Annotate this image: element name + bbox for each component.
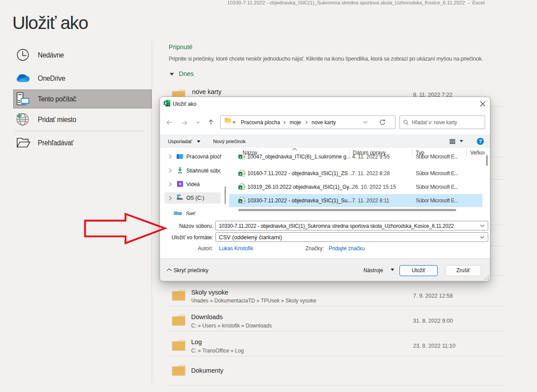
svg-text:a: a <box>243 199 245 203</box>
svg-text:a: a <box>243 155 245 158</box>
svg-text:a: a <box>243 185 245 189</box>
svg-text:a: a <box>243 172 245 176</box>
svg-text:X: X <box>164 101 167 105</box>
